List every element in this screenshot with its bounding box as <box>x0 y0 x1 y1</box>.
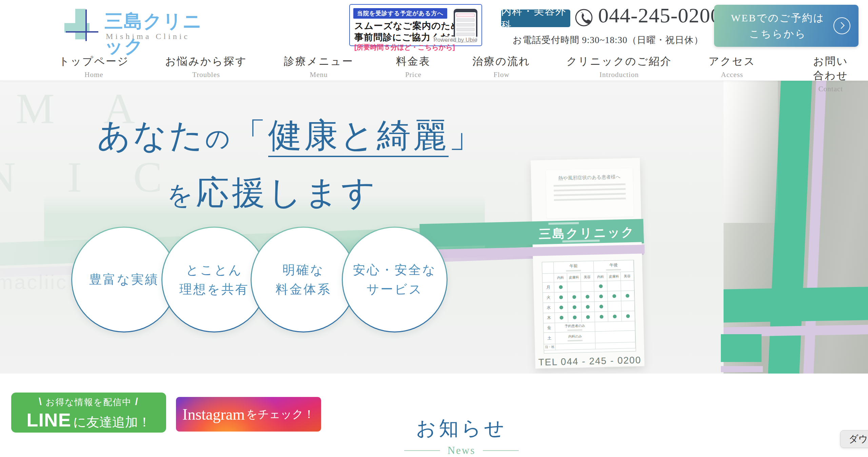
schedule-cell <box>555 302 568 313</box>
powered-by-ubie-label: Powered by Ubie <box>433 37 478 43</box>
schedule-cell <box>608 291 621 302</box>
hero-title-line1: あなたの「健康と綺麗」 <box>97 113 485 159</box>
feature-line: とことん <box>186 260 242 280</box>
phone-icon <box>574 8 593 27</box>
nav-item-menu[interactable]: 診療メニューMenu <box>284 54 354 79</box>
schedule-cell <box>542 273 554 283</box>
nav-label-en: Contact <box>812 85 849 93</box>
arrow-circle-icon <box>833 17 850 34</box>
schedule-col-header: 皮膚科 <box>607 272 621 281</box>
schedule-cell <box>568 292 581 302</box>
schedule-day: 日・祝 <box>544 344 555 350</box>
hero-title-main2: 応援します <box>196 174 378 211</box>
hero-title-particle: の <box>205 125 232 152</box>
web-reservation-line1: WEBでのご予約は <box>727 10 829 26</box>
schedule-col-header: 皮膚科 <box>567 273 581 282</box>
hero-title-line2: を応援します <box>167 171 378 215</box>
nav-item-flow[interactable]: 治療の流れFlow <box>472 54 530 79</box>
schedule-day: 土 <box>544 332 556 344</box>
line-friend-button[interactable]: \お得な情報を配信中/ LINE に友達追加！ <box>11 393 166 433</box>
wall-teal-stripe <box>721 334 762 362</box>
schedule-col-header: 内科 <box>554 273 568 282</box>
schedule-cell <box>595 342 635 349</box>
signboard-notice-card: 熱や風邪症状のある患者様へ <box>546 168 634 218</box>
signboard-green-band: 三島クリニック <box>419 219 644 247</box>
instagram-brand-label: Instagram <box>182 405 245 423</box>
nav-label-en: Menu <box>284 71 354 79</box>
signboard-tel: TEL 044 - 245 - 0200 <box>535 355 645 368</box>
schedule-cell <box>608 281 621 291</box>
nav-label-jp: 診療メニュー <box>284 54 354 69</box>
news-section-title: お知らせ <box>394 415 529 442</box>
schedule-col-header: 美容 <box>580 273 594 282</box>
nav-label-jp: 料金表 <box>396 54 431 69</box>
nav-item-access[interactable]: アクセスAccess <box>709 54 756 79</box>
schedule-col-header: 美容 <box>620 272 634 281</box>
ubie-questionnaire-banner[interactable]: 当院を受診する予定がある方へ スムーズなご案内のため 事前問診にご協力ください … <box>349 4 482 46</box>
nav-label-en: Introduction <box>566 71 672 79</box>
nav-item-introduction[interactable]: クリニックのご紹介Introduction <box>566 54 672 79</box>
schedule-cell <box>595 312 608 322</box>
schedule-cell <box>608 301 622 312</box>
schedule-cell <box>554 292 568 303</box>
page: 三島クリニック Mishima Clinic 当院を受診する予定がある方へ スム… <box>0 0 868 457</box>
ubie-banner-line1: スムーズなご案内のため <box>354 20 460 32</box>
schedule-cell <box>621 291 635 301</box>
clinic-signboard: 熱や風邪症状のある患者様へ 三島クリニック 午前午後内科皮膚科美容内科皮膚科美容… <box>531 158 645 368</box>
instagram-button[interactable]: Instagram をチェック！ <box>176 397 321 432</box>
ubie-banner-note: [所要時間５分ほど・こちらから] <box>354 43 455 52</box>
schedule-cell <box>568 302 581 312</box>
download-toast-button[interactable]: ダウ <box>840 430 868 448</box>
nav-label-jp: お問い合わせ <box>812 54 849 83</box>
schedule-day: 木 <box>543 313 555 323</box>
schedule-cell <box>595 321 635 332</box>
departments-badge: 内科・美容外科 <box>501 9 570 27</box>
schedule-cell <box>594 281 608 292</box>
line-button-label: に友達追加！ <box>73 414 151 431</box>
hero-title-highlight: 健康と綺麗 <box>268 117 449 157</box>
schedule-cell <box>581 312 595 323</box>
schedule-day: 水 <box>543 303 555 313</box>
schedule-cell <box>568 312 582 323</box>
feature-line: 理想を共有 <box>179 280 249 299</box>
nav-label-en: Price <box>396 71 431 79</box>
subtitle-line-left <box>404 450 440 451</box>
feature-line: 安心・安全な <box>353 260 437 280</box>
schedule-day: 月 <box>542 282 554 293</box>
schedule-cell <box>595 331 636 343</box>
nav-item-contact[interactable]: お問い合わせContact <box>812 54 849 93</box>
nav-item-home[interactable]: トップページHome <box>59 54 129 79</box>
nav-label-jp: お悩みから探す <box>165 54 247 69</box>
clinic-logo[interactable]: 三島クリニック Mishima Clinic <box>64 8 220 45</box>
web-reservation-button[interactable]: WEBでのご予約は こちらから <box>714 5 859 47</box>
schedule-day: 火 <box>543 292 555 303</box>
nav-item-price[interactable]: 料金表Price <box>396 54 431 79</box>
phone-hours: お電話受付時間 9:30~18:30（日曜・祝日休） <box>513 34 704 46</box>
schedule-cell <box>581 282 594 292</box>
schedule-note: 内科のみ <box>555 332 596 344</box>
clinic-wall-glass-panel <box>724 80 868 374</box>
nav-label-jp: 治療の流れ <box>472 54 530 69</box>
schedule-cell <box>554 282 568 292</box>
phone-number[interactable]: 044-245-0200 <box>598 3 721 27</box>
schedule-cell <box>621 281 634 291</box>
line-brand-label: LINE <box>26 409 71 431</box>
line-button-caption: \お得な情報を配信中/ <box>11 396 166 408</box>
nav-label-en: Flow <box>472 71 530 79</box>
schedule-corner <box>542 262 554 274</box>
web-reservation-line2: こちらから <box>727 26 829 42</box>
schedule-cell <box>581 302 595 312</box>
nav-item-troubles[interactable]: お悩みから探すTroubles <box>165 54 247 79</box>
header: 三島クリニック Mishima Clinic 当院を受診する予定がある方へ スム… <box>0 0 868 81</box>
nav-label-en: Troubles <box>165 71 247 79</box>
feature-circle-pricing: 明確な 料金体系 <box>251 227 356 332</box>
hero-title-bracket-open: 「 <box>232 117 268 154</box>
hero-title-bracket-close: 」 <box>449 117 485 154</box>
ubie-banner-badge: 当院を受診する予定がある方へ <box>353 8 447 19</box>
schedule-table: 午前午後内科皮膚科美容内科皮膚科美容月火水木金予約患者のみ土内科のみ日・祝 <box>542 260 636 354</box>
feature-line: 豊富な実績 <box>89 270 159 289</box>
nav-label-jp: トップページ <box>59 54 129 69</box>
watermark-text-2: N I C <box>0 152 182 202</box>
signboard-notice-title: 熱や風邪症状のある患者様へ <box>549 174 630 182</box>
schedule-pm-header: 午後 <box>594 260 634 273</box>
